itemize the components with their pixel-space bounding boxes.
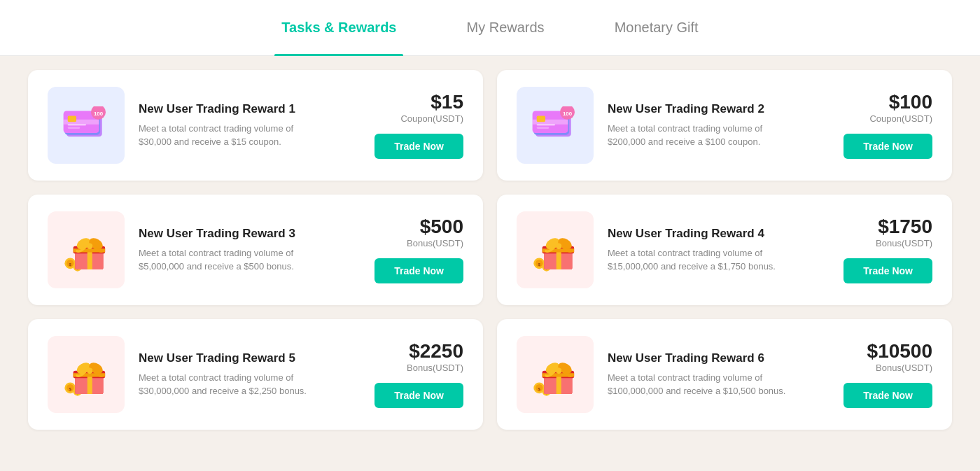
reward-icon-5: $ $ bbox=[48, 336, 125, 413]
svg-rect-15 bbox=[537, 127, 550, 129]
reward-action-5: $2250 Bonus(USDT) Trade Now bbox=[374, 342, 463, 408]
reward-amount-5: $2250 Bonus(USDT) bbox=[407, 342, 463, 373]
reward-title-1: New User Trading Reward 1 bbox=[139, 102, 360, 116]
svg-text:100: 100 bbox=[94, 110, 104, 116]
trade-now-button-4[interactable]: Trade Now bbox=[844, 258, 932, 283]
tab-tasks-rewards[interactable]: Tasks & Rewards bbox=[274, 0, 403, 56]
trade-now-button-2[interactable]: Trade Now bbox=[844, 134, 932, 159]
reward-card-1: 100 New User Trading Reward 1 Meet a tot… bbox=[28, 70, 483, 181]
reward-icon-1: 100 bbox=[48, 87, 125, 164]
page-wrapper: Tasks & Rewards My Rewards Monetary Gift… bbox=[0, 0, 980, 465]
svg-point-59 bbox=[87, 367, 93, 374]
svg-point-45 bbox=[556, 243, 562, 249]
reward-desc-1: Meet a total contract trading volume of … bbox=[139, 122, 321, 149]
reward-desc-5: Meet a total contract trading volume of … bbox=[139, 371, 321, 398]
svg-rect-27 bbox=[88, 251, 92, 269]
reward-title-4: New User Trading Reward 4 bbox=[608, 227, 830, 241]
reward-info-3: New User Trading Reward 3 Meet a total c… bbox=[139, 227, 360, 274]
reward-title-5: New User Trading Reward 5 bbox=[139, 351, 360, 365]
reward-amount-6: $10500 Bonus(USDT) bbox=[867, 342, 932, 373]
reward-amount-3: $500 Bonus(USDT) bbox=[407, 217, 463, 248]
reward-amount-value-3: $500 bbox=[407, 217, 463, 237]
tab-monetary-gift[interactable]: Monetary Gift bbox=[608, 0, 706, 56]
svg-rect-4 bbox=[68, 115, 76, 122]
reward-desc-3: Meet a total contract trading volume of … bbox=[139, 246, 321, 274]
svg-rect-13 bbox=[537, 115, 545, 122]
reward-desc-4: Meet a total contract trading volume of … bbox=[608, 246, 790, 274]
svg-text:$: $ bbox=[538, 386, 541, 391]
reward-card-3: $ $ New User Trading Reward 3 Meet a tot… bbox=[28, 195, 483, 305]
svg-point-73 bbox=[556, 367, 562, 374]
reward-action-3: $500 Bonus(USDT) Trade Now bbox=[374, 217, 463, 283]
reward-title-6: New User Trading Reward 6 bbox=[608, 351, 830, 365]
rewards-grid: 100 New User Trading Reward 1 Meet a tot… bbox=[7, 56, 973, 444]
svg-text:$: $ bbox=[538, 262, 541, 267]
reward-title-3: New User Trading Reward 3 bbox=[139, 227, 360, 241]
reward-amount-value-2: $100 bbox=[869, 92, 932, 112]
reward-amount-value-6: $10500 bbox=[867, 342, 932, 361]
reward-action-2: $100 Coupon(USDT) Trade Now bbox=[844, 92, 932, 159]
trade-now-button-1[interactable]: Trade Now bbox=[374, 134, 463, 159]
svg-text:$: $ bbox=[69, 262, 72, 267]
svg-text:$: $ bbox=[69, 386, 72, 391]
reward-action-6: $10500 Bonus(USDT) Trade Now bbox=[844, 342, 932, 408]
reward-info-5: New User Trading Reward 5 Meet a total c… bbox=[139, 351, 360, 398]
reward-amount-2: $100 Coupon(USDT) bbox=[869, 92, 932, 124]
trade-now-button-5[interactable]: Trade Now bbox=[374, 383, 463, 408]
tab-my-rewards[interactable]: My Rewards bbox=[459, 0, 551, 56]
reward-amount-1: $15 Coupon(USDT) bbox=[400, 92, 463, 124]
reward-icon-2: 100 bbox=[517, 87, 594, 164]
reward-amount-label-6: Bonus(USDT) bbox=[867, 363, 932, 373]
reward-title-2: New User Trading Reward 2 bbox=[608, 102, 830, 116]
reward-amount-value-5: $2250 bbox=[407, 342, 463, 361]
reward-amount-label-4: Bonus(USDT) bbox=[876, 238, 932, 248]
reward-action-1: $15 Coupon(USDT) Trade Now bbox=[374, 92, 463, 159]
svg-text:100: 100 bbox=[563, 110, 573, 116]
reward-card-6: $ $ New User Trading Reward 6 Meet a tot… bbox=[497, 319, 952, 430]
reward-amount-label-3: Bonus(USDT) bbox=[407, 238, 463, 248]
svg-rect-41 bbox=[556, 251, 561, 269]
reward-amount-4: $1750 Bonus(USDT) bbox=[876, 217, 932, 248]
svg-rect-55 bbox=[88, 376, 92, 394]
reward-info-1: New User Trading Reward 1 Meet a total c… bbox=[139, 102, 360, 149]
reward-info-4: New User Trading Reward 4 Meet a total c… bbox=[608, 227, 830, 274]
reward-info-2: New User Trading Reward 2 Meet a total c… bbox=[608, 102, 830, 149]
reward-desc-6: Meet a total contract trading volume of … bbox=[608, 371, 790, 398]
trade-now-button-3[interactable]: Trade Now bbox=[374, 258, 463, 283]
tabs-bar: Tasks & Rewards My Rewards Monetary Gift bbox=[0, 0, 980, 56]
svg-rect-14 bbox=[537, 123, 555, 125]
reward-card-4: $ $ New User Trading Reward 4 Meet a tot… bbox=[497, 195, 952, 305]
reward-amount-label-1: Coupon(USDT) bbox=[400, 113, 463, 124]
reward-icon-3: $ $ bbox=[48, 211, 125, 288]
svg-rect-6 bbox=[68, 127, 80, 129]
reward-card-5: $ $ New User Trading Reward 5 Meet a tot… bbox=[28, 319, 483, 430]
svg-rect-69 bbox=[556, 376, 561, 394]
svg-rect-5 bbox=[68, 123, 86, 125]
reward-info-6: New User Trading Reward 6 Meet a total c… bbox=[608, 351, 830, 398]
trade-now-button-6[interactable]: Trade Now bbox=[844, 383, 932, 408]
reward-desc-2: Meet a total contract trading volume of … bbox=[608, 122, 790, 149]
reward-amount-value-4: $1750 bbox=[876, 217, 932, 237]
reward-amount-value-1: $15 bbox=[400, 92, 463, 112]
reward-action-4: $1750 Bonus(USDT) Trade Now bbox=[844, 217, 932, 283]
reward-icon-6: $ $ bbox=[517, 336, 594, 413]
reward-card-2: 100 New User Trading Reward 2 Meet a tot… bbox=[497, 70, 952, 181]
reward-amount-label-5: Bonus(USDT) bbox=[407, 363, 463, 373]
svg-point-31 bbox=[87, 243, 93, 249]
reward-amount-label-2: Coupon(USDT) bbox=[869, 113, 932, 124]
reward-icon-4: $ $ bbox=[517, 211, 594, 288]
